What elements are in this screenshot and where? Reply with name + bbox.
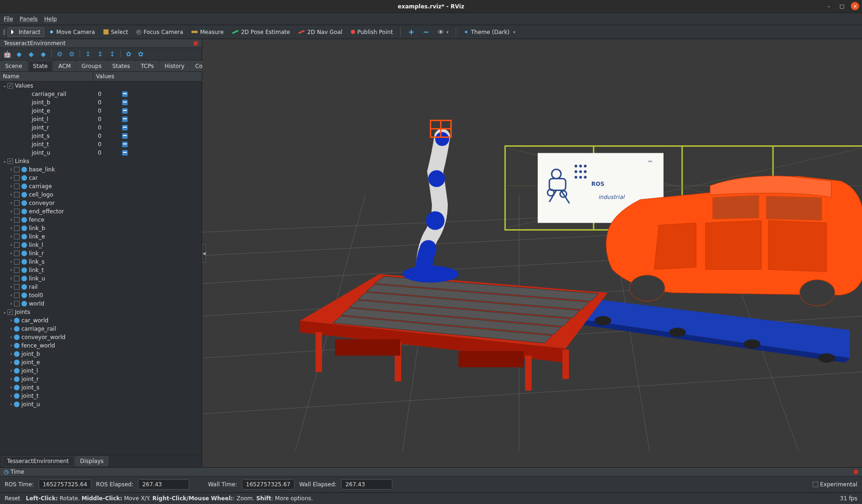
panel-close-icon[interactable] [193, 41, 198, 46]
tool-focus-camera[interactable]: Focus Camera [133, 27, 187, 37]
window-title: examples.rviz* - RViz [398, 3, 465, 10]
tab-history[interactable]: History [159, 61, 190, 71]
joint-icon[interactable]: ↕ [84, 50, 92, 58]
tree-row[interactable]: ⌄✓Links [0, 157, 202, 165]
tree-row[interactable]: ›joint_s [0, 383, 202, 392]
tree-row[interactable]: ›link_s [0, 258, 202, 266]
tree-row[interactable]: ›base_link [0, 165, 202, 174]
menu-file[interactable]: File [4, 16, 13, 22]
window-buttons [825, 2, 859, 10]
gear-icon[interactable]: ✿ [124, 50, 133, 58]
svg-point-38 [818, 354, 835, 363]
tree-row[interactable]: ›joint_l [0, 367, 202, 375]
tree-row[interactable]: ›cell_logo [0, 191, 202, 199]
tree-row[interactable]: ›link_e [0, 232, 202, 241]
tree-row[interactable]: ›joint_u [0, 400, 202, 409]
tool-2d-nav-goal[interactable]: 2D Nav Goal [294, 27, 346, 37]
theme-selector[interactable]: ✦Theme (Dark)▾ [460, 27, 519, 37]
tool-move-camera[interactable]: Move Camera [45, 27, 99, 37]
tree-row[interactable]: joint_b0 [0, 98, 202, 107]
bottom-tab-tesseractenvironment[interactable]: TesseractEnvironment [2, 456, 74, 466]
column-name[interactable]: Name [0, 72, 93, 81]
panel-collapse-handle[interactable]: ◀ [202, 244, 206, 263]
svg-point-25 [584, 165, 587, 168]
panel-close-icon[interactable] [854, 470, 858, 474]
tab-state[interactable]: State [28, 61, 53, 71]
cube-icon[interactable]: ◆ [15, 50, 23, 58]
tree-row[interactable]: ›fence [0, 216, 202, 224]
experimental-toggle[interactable]: Experimental [813, 481, 857, 488]
tree-row[interactable]: ›joint_r [0, 375, 202, 383]
tree-row[interactable]: ›link_t [0, 266, 202, 274]
tool-interact[interactable]: Interact [7, 27, 44, 37]
tab-states[interactable]: States [107, 61, 135, 71]
tab-tcps[interactable]: TCPs [136, 61, 159, 71]
tree-row[interactable]: ›world [0, 300, 202, 308]
tool-measure[interactable]: Measure [188, 27, 227, 37]
tree-row[interactable]: ›car [0, 174, 202, 182]
tree-row[interactable]: ›joint_t [0, 392, 202, 400]
gear-icon[interactable]: ✿ [137, 50, 145, 58]
tree-row[interactable]: ›conveyor_world [0, 333, 202, 341]
tree-row[interactable]: ›end_effector [0, 207, 202, 216]
tree-row[interactable]: ›tool0 [0, 291, 202, 300]
cube-icon[interactable]: ◆ [27, 50, 35, 58]
ros-time-field[interactable]: 1652757325.64 [39, 479, 91, 490]
wall-elapsed-field[interactable]: 267.43 [341, 479, 392, 490]
menu-panels[interactable]: Panels [20, 16, 38, 22]
view-toggle[interactable]: 👁▾ [434, 27, 452, 37]
tree-row[interactable]: ⌄✓Joints [0, 308, 202, 316]
reset-button[interactable]: Reset [5, 495, 21, 502]
wall-time-field[interactable]: 1652757325.67 [242, 479, 294, 490]
tree-row[interactable]: ›joint_b [0, 350, 202, 358]
link-icon[interactable]: ⚙ [55, 50, 64, 58]
tab-groups[interactable]: Groups [76, 61, 107, 71]
tab-scene[interactable]: Scene [0, 61, 27, 71]
bottom-tab-displays[interactable]: Displays [75, 456, 109, 466]
zoom-out[interactable]: − [419, 26, 433, 38]
tree-row[interactable]: joint_r0 [0, 123, 202, 132]
robot-icon[interactable]: 🤖 [3, 50, 11, 58]
svg-point-30 [579, 176, 582, 179]
tree-row[interactable]: ›link_b [0, 224, 202, 232]
tree-row[interactable]: ⌄✓Values [0, 82, 202, 90]
cube-icon[interactable]: ◆ [39, 50, 48, 58]
tree-row[interactable]: joint_s0 [0, 132, 202, 140]
tree-row[interactable]: ›fence_world [0, 341, 202, 350]
svg-rect-40 [458, 351, 524, 368]
time-panel-title-bar[interactable]: ◷Time [0, 468, 862, 477]
close-button[interactable] [851, 2, 859, 10]
tree-row[interactable]: ›rail [0, 283, 202, 291]
tree-row[interactable]: joint_u0 [0, 149, 202, 157]
tree-row[interactable]: joint_e0 [0, 107, 202, 115]
tree-row[interactable]: ›carriage_rail [0, 325, 202, 333]
tree-row[interactable]: carriage_rail0 [0, 90, 202, 98]
tree-view[interactable]: ⌄✓Valuescarriage_rail0joint_b0joint_e0jo… [0, 82, 202, 455]
tree-row[interactable]: ›car_world [0, 316, 202, 325]
column-values[interactable]: Values [93, 72, 202, 81]
tool-publish-point[interactable]: Publish Point [347, 27, 397, 37]
tree-row[interactable]: ›conveyor [0, 199, 202, 207]
tool-select[interactable]: Select [100, 27, 132, 37]
tree-row[interactable]: ›link_u [0, 274, 202, 283]
tree-row[interactable]: ›link_l [0, 241, 202, 249]
svg-point-36 [669, 328, 686, 337]
tab-acm[interactable]: ACM [53, 61, 76, 71]
tool-2d-pose-estimate[interactable]: 2D Pose Estimate [228, 27, 294, 37]
tree-row[interactable]: ›link_r [0, 249, 202, 258]
tree-row[interactable]: joint_t0 [0, 140, 202, 149]
tree-row[interactable]: ›joint_e [0, 358, 202, 367]
3d-viewport[interactable]: ◀ [202, 39, 862, 467]
panel-title-bar[interactable]: TesseractEnvironment [0, 39, 202, 48]
tree-row[interactable]: joint_l0 [0, 115, 202, 123]
menu-help[interactable]: Help [44, 16, 57, 22]
tree-row[interactable]: ›carriage [0, 182, 202, 191]
zoom-in[interactable]: + [404, 26, 418, 38]
minimize-button[interactable] [825, 2, 833, 10]
svg-point-37 [744, 340, 760, 349]
joint-icon[interactable]: ↕ [108, 50, 116, 58]
ros-elapsed-field[interactable]: 267.43 [138, 479, 189, 490]
maximize-button[interactable] [838, 2, 846, 10]
joint-icon[interactable]: ↕ [96, 50, 104, 58]
link-icon[interactable]: ⚙ [68, 50, 76, 58]
